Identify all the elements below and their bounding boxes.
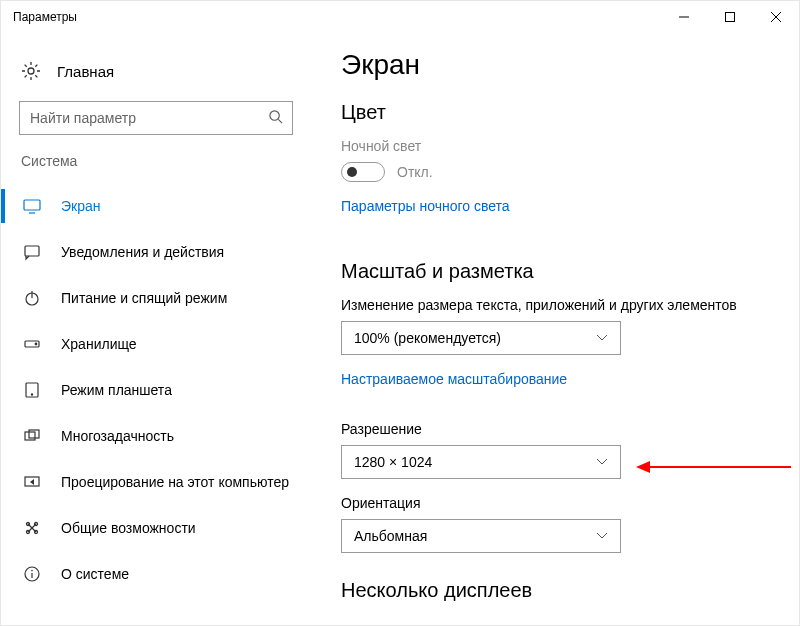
chevron-down-icon: [596, 457, 608, 468]
svg-point-5: [270, 111, 279, 120]
sidebar-item-label: О системе: [61, 566, 129, 582]
resolution-select[interactable]: 1280 × 1024: [341, 445, 621, 479]
main-panel: Экран Цвет Ночной свет Откл. Параметры н…: [311, 33, 799, 625]
svg-point-13: [35, 343, 37, 345]
svg-rect-7: [24, 200, 40, 210]
power-icon: [23, 289, 41, 307]
sidebar-item-about[interactable]: О системе: [1, 551, 311, 597]
maximize-button[interactable]: [707, 1, 753, 33]
night-light-state: Откл.: [397, 164, 433, 180]
scale-section-header: Масштаб и разметка: [341, 260, 769, 283]
svg-rect-9: [25, 246, 39, 256]
sidebar-item-label: Режим планшета: [61, 382, 172, 398]
sidebar-item-power[interactable]: Питание и спящий режим: [1, 275, 311, 321]
sidebar-item-display[interactable]: Экран: [1, 183, 311, 229]
svg-line-6: [278, 119, 282, 123]
chevron-down-icon: [596, 531, 608, 542]
sidebar-item-multitasking[interactable]: Многозадачность: [1, 413, 311, 459]
custom-scaling-link[interactable]: Настраиваемое масштабирование: [341, 371, 567, 387]
sidebar-item-tablet[interactable]: Режим планшета: [1, 367, 311, 413]
sidebar-item-label: Проецирование на этот компьютер: [61, 474, 289, 490]
display-icon: [23, 197, 41, 215]
search-icon: [268, 109, 283, 127]
category-label: Система: [1, 153, 311, 175]
color-section-header: Цвет: [341, 101, 769, 124]
multitasking-icon: [23, 427, 41, 445]
toggle-knob: [347, 167, 357, 177]
sidebar-item-label: Многозадачность: [61, 428, 174, 444]
svg-point-4: [28, 68, 34, 74]
projecting-icon: [23, 473, 41, 491]
page-title: Экран: [341, 49, 769, 81]
nav-list: Экран Уведомления и действия Питание и с…: [1, 183, 311, 597]
tablet-icon: [23, 381, 41, 399]
sidebar-item-label: Питание и спящий режим: [61, 290, 227, 306]
svg-point-15: [31, 394, 32, 395]
titlebar: Параметры: [1, 1, 799, 33]
scale-field-label: Изменение размера текста, приложений и д…: [341, 297, 769, 313]
shared-icon: [23, 519, 41, 537]
sidebar-item-label: Общие возможности: [61, 520, 196, 536]
search-input[interactable]: [19, 101, 293, 135]
orientation-label: Ориентация: [341, 495, 769, 511]
resolution-value: 1280 × 1024: [354, 454, 432, 470]
scale-select[interactable]: 100% (рекомендуется): [341, 321, 621, 355]
search-field[interactable]: [19, 101, 293, 135]
sidebar-item-projecting[interactable]: Проецирование на этот компьютер: [1, 459, 311, 505]
home-label: Главная: [57, 63, 114, 80]
window-title: Параметры: [13, 10, 77, 24]
svg-point-27: [31, 570, 33, 572]
sidebar-item-shared[interactable]: Общие возможности: [1, 505, 311, 551]
chevron-down-icon: [596, 333, 608, 344]
multi-display-header: Несколько дисплеев: [341, 579, 769, 602]
night-light-label: Ночной свет: [341, 138, 769, 154]
resolution-label: Разрешение: [341, 421, 769, 437]
close-button[interactable]: [753, 1, 799, 33]
svg-rect-17: [29, 430, 39, 438]
night-light-settings-link[interactable]: Параметры ночного света: [341, 198, 510, 214]
sidebar-item-notifications[interactable]: Уведомления и действия: [1, 229, 311, 275]
sidebar-item-label: Хранилище: [61, 336, 137, 352]
notifications-icon: [23, 243, 41, 261]
scale-value: 100% (рекомендуется): [354, 330, 501, 346]
svg-rect-16: [25, 432, 35, 440]
orientation-value: Альбомная: [354, 528, 427, 544]
info-icon: [23, 565, 41, 583]
svg-rect-1: [726, 13, 735, 22]
minimize-button[interactable]: [661, 1, 707, 33]
home-nav[interactable]: Главная: [1, 55, 311, 87]
sidebar-item-storage[interactable]: Хранилище: [1, 321, 311, 367]
night-light-toggle[interactable]: [341, 162, 385, 182]
sidebar-item-label: Экран: [61, 198, 101, 214]
orientation-select[interactable]: Альбомная: [341, 519, 621, 553]
sidebar-item-label: Уведомления и действия: [61, 244, 224, 260]
gear-icon: [21, 61, 41, 81]
storage-icon: [23, 335, 41, 353]
sidebar: Главная Система Экран: [1, 33, 311, 625]
